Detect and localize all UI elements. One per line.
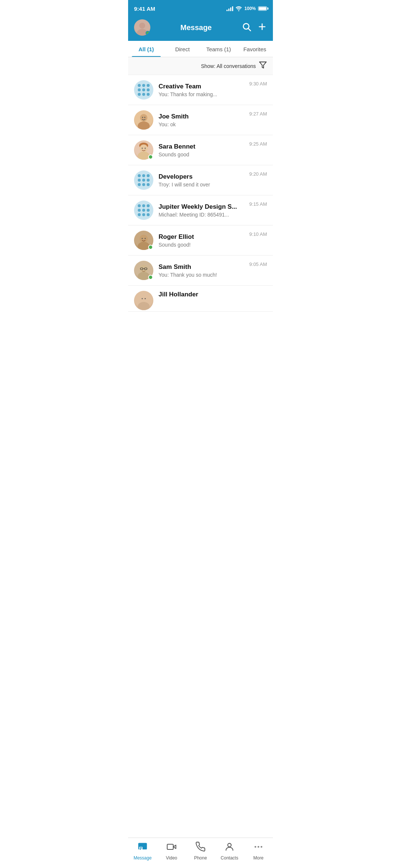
conv-time: 9:25 AM: [249, 140, 267, 147]
user-avatar[interactable]: [134, 19, 150, 36]
svg-point-13: [140, 144, 148, 153]
conv-time: 9:15 AM: [249, 201, 267, 207]
battery-icon: [258, 6, 267, 11]
svg-point-0: [238, 10, 239, 12]
avatar-developers: [134, 170, 153, 190]
svg-point-17: [140, 235, 148, 243]
conv-info-sam-smith: Sam Smith You: Thank you so much!: [159, 263, 244, 278]
status-icons: 100%: [226, 6, 267, 11]
avatar-jill-hollander: [134, 291, 153, 310]
add-icon[interactable]: [257, 22, 267, 33]
status-time: 9:41 AM: [134, 6, 155, 12]
conv-time: 9:05 AM: [249, 261, 267, 267]
online-indicator: [148, 245, 153, 250]
conv-info-jupiter-weekly: Jupiter Weekly Design S... Michael: Meet…: [159, 203, 244, 218]
svg-point-18: [138, 242, 150, 250]
svg-point-16: [145, 148, 146, 149]
filter-icon[interactable]: [259, 61, 267, 71]
conversation-list: Creative Team You: Thanks for making... …: [128, 75, 273, 345]
conversation-item[interactable]: Jupiter Weekly Design S... Michael: Meet…: [128, 195, 273, 225]
tab-direct[interactable]: Direct: [164, 41, 201, 57]
svg-point-11: [144, 117, 146, 118]
battery-percentage: 100%: [244, 6, 256, 11]
status-bar: 9:41 AM 100%: [128, 0, 273, 16]
svg-point-9: [138, 121, 150, 130]
conversation-item[interactable]: Joe Smith You: ok 9:27 AM: [128, 105, 273, 135]
conversation-item[interactable]: Developers Troy: I will send it over 9:2…: [128, 165, 273, 195]
online-indicator: [148, 155, 153, 159]
filter-bar: Show: All conversations: [128, 57, 273, 75]
avatar-creative-team: [134, 80, 153, 100]
svg-point-29: [145, 298, 146, 299]
conversation-item[interactable]: Sara Bennet Sounds good 9:25 AM: [128, 135, 273, 165]
wifi-icon: [235, 6, 242, 11]
conv-info-jill-hollander: Jill Hollander: [159, 291, 267, 299]
conv-time: 9:27 AM: [249, 110, 267, 117]
svg-point-1: [139, 23, 145, 29]
avatar-sam-smith: [134, 261, 153, 280]
avatar-jupiter-weekly: [134, 201, 153, 220]
user-online-indicator: [146, 31, 150, 35]
svg-line-4: [248, 29, 251, 31]
conversation-item[interactable]: Creative Team You: Thanks for making... …: [128, 75, 273, 105]
header: Message: [128, 16, 273, 41]
conv-info-developers: Developers Troy: I will send it over: [159, 173, 244, 188]
conversation-item[interactable]: Sam Smith You: Thank you so much! 9:05 A…: [128, 256, 273, 286]
svg-point-20: [145, 238, 146, 239]
svg-point-26: [140, 295, 148, 303]
conv-time: 9:10 AM: [249, 231, 267, 237]
avatar-roger-elliot: [134, 231, 153, 250]
page-title: Message: [155, 23, 237, 32]
conv-info-creative-team: Creative Team You: Thanks for making...: [159, 83, 244, 97]
conv-info-roger-elliot: Roger Elliot Sounds good!: [159, 233, 244, 248]
tab-all[interactable]: All (1): [128, 41, 164, 57]
header-actions: [242, 22, 267, 33]
svg-point-10: [142, 117, 143, 118]
svg-point-8: [140, 114, 147, 121]
tab-teams[interactable]: Teams (1): [200, 41, 237, 57]
conv-info-sara-bennet: Sara Bennet Sounds good: [159, 143, 244, 157]
tab-bar: All (1) Direct Teams (1) Favorites: [128, 41, 273, 57]
search-icon[interactable]: [242, 22, 251, 33]
svg-point-19: [142, 238, 143, 239]
svg-point-15: [142, 148, 143, 149]
svg-marker-7: [260, 62, 266, 68]
avatar-joe-smith: [134, 110, 153, 130]
svg-point-14: [138, 152, 150, 160]
conversation-item[interactable]: Roger Elliot Sounds good! 9:10 AM: [128, 225, 273, 256]
svg-point-28: [142, 298, 143, 299]
filter-label: Show: All conversations: [201, 63, 256, 69]
svg-point-27: [138, 302, 150, 310]
conv-time: 9:30 AM: [249, 80, 267, 87]
conversation-item[interactable]: Jill Hollander: [128, 286, 273, 312]
conv-info-joe-smith: Joe Smith You: ok: [159, 113, 244, 127]
avatar-sara-bennet: [134, 140, 153, 160]
online-indicator: [148, 275, 153, 280]
tab-favorites[interactable]: Favorites: [237, 41, 273, 57]
svg-point-22: [138, 272, 150, 280]
signal-icon: [226, 6, 233, 11]
conv-time: 9:20 AM: [249, 170, 267, 177]
